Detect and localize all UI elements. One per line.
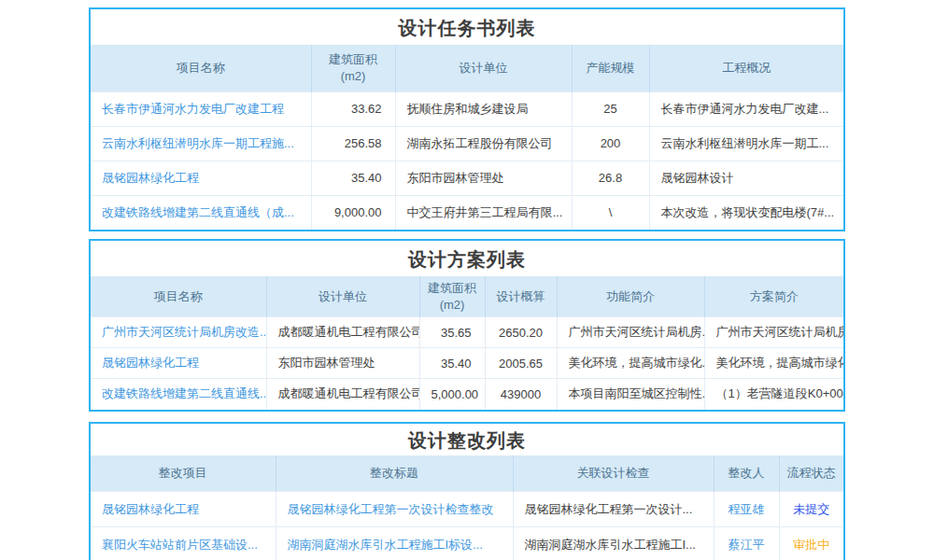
status-badge: 未提交 — [779, 492, 843, 527]
col-header-rectify-title: 整改标题 — [276, 455, 513, 492]
col-header-project-name: 项目名称 — [91, 276, 266, 317]
col-header-building-area: 建筑面积 (m2) — [419, 276, 485, 317]
capacity-cell: 200 — [572, 126, 649, 161]
header-row: 整改项目 整改标题 关联设计检查 整改人 流程状态 — [91, 455, 843, 492]
col-header-plan-brief: 方案简介 — [704, 276, 843, 317]
project-name-link[interactable]: 长春市伊通河水力发电厂改建工程 — [91, 91, 311, 126]
related-check-cell: 晟铭园林绿化工程第一次设计... — [513, 492, 714, 527]
col-header-related-check: 关联设计检查 — [513, 455, 714, 492]
capacity-cell: 26.8 — [572, 161, 649, 195]
header-row: 项目名称 建筑面积 (m2) 设计单位 产能规模 工程概况 — [91, 45, 843, 91]
project-name-link[interactable]: 改建铁路线增建第二线直通线（成... — [91, 195, 311, 230]
col-header-design-unit: 设计单位 — [266, 276, 419, 317]
overview-cell: 晟铭园林设计 — [649, 161, 843, 195]
building-area-cell: 5,000.00 — [419, 379, 485, 410]
col-header-rectifier: 整改人 — [714, 455, 779, 492]
table-row: 云南水利枢纽潜明水库一期工程施... 256.58 湖南永拓工程股份有限公司 2… — [91, 126, 843, 161]
status-badge: 审批中 — [779, 527, 843, 560]
col-header-design-unit: 设计单位 — [395, 45, 572, 91]
design-rectify-grid: 整改项目 整改标题 关联设计检查 整改人 流程状态 晟铭园林绿化工程 晟铭园林绿… — [91, 455, 843, 560]
building-area-cell: 35.65 — [419, 317, 485, 348]
building-area-cell: 35.40 — [311, 161, 395, 195]
function-brief-cell: 美化环境，提高城市绿化... — [557, 348, 704, 379]
design-unit-cell: 东阳市园林管理处 — [266, 348, 419, 379]
rectify-project-link[interactable]: 晟铭园林绿化工程 — [91, 492, 276, 527]
page-content: 设计任务书列表 项目名称 建筑面积 (m2) 设计单位 产能规模 工程概况 长春… — [89, 7, 845, 560]
design-unit-cell: 中交王府井第三工程局有限... — [395, 195, 572, 230]
estimate-cell: 2650.20 — [485, 317, 557, 348]
design-unit-cell: 湖南永拓工程股份有限公司 — [395, 126, 572, 161]
capacity-cell: \ — [572, 195, 649, 230]
overview-cell: 云南水利枢纽潜明水库一期工... — [649, 126, 843, 161]
building-area-cell: 9,000.00 — [311, 195, 395, 230]
building-area-cell: 256.58 — [311, 126, 395, 161]
plan-brief-cell: 广州市天河区统计局机房... — [704, 317, 843, 348]
function-brief-cell: 本项目南阳至城区控制性... — [557, 379, 704, 410]
design-plan-grid: 项目名称 设计单位 建筑面积 (m2) 设计概算 功能简介 方案简介 广州市天河… — [91, 276, 843, 410]
design-rectify-table: 设计整改列表 整改项目 整改标题 关联设计检查 整改人 流程状态 晟铭园林绿化工… — [89, 422, 845, 560]
header-row: 项目名称 设计单位 建筑面积 (m2) 设计概算 功能简介 方案简介 — [91, 276, 843, 317]
overview-cell: 长春市伊通河水力发电厂改建... — [649, 91, 843, 126]
rectifier-link[interactable]: 程亚雄 — [714, 492, 779, 527]
project-name-link[interactable]: 云南水利枢纽潜明水库一期工程施... — [91, 126, 311, 161]
project-name-link[interactable]: 改建铁路线增建第二线直通线... — [91, 379, 266, 410]
design-plan-table-title: 设计方案列表 — [91, 241, 843, 276]
design-task-table-title: 设计任务书列表 — [91, 9, 843, 45]
design-task-table: 设计任务书列表 项目名称 建筑面积 (m2) 设计单位 产能规模 工程概况 长春… — [89, 7, 845, 231]
building-area-cell: 33.62 — [311, 91, 395, 126]
estimate-cell: 2005.65 — [485, 348, 557, 379]
table-row: 晟铭园林绿化工程 35.40 东阳市园林管理处 26.8 晟铭园林设计 — [91, 161, 843, 195]
plan-brief-cell: （1）老营隧道段K0+000... — [704, 379, 843, 410]
rectify-title-link[interactable]: 湖南洞庭湖水库引水工程施工I标设... — [276, 527, 513, 560]
design-unit-cell: 成都暖通机电工程有限公司 — [266, 317, 419, 348]
col-header-overview: 工程概况 — [649, 45, 843, 91]
table-row: 改建铁路线增建第二线直通线（成... 9,000.00 中交王府井第三工程局有限… — [91, 195, 843, 230]
col-header-estimate: 设计概算 — [485, 276, 557, 317]
building-area-cell: 35.40 — [419, 348, 485, 379]
design-rectify-table-title: 设计整改列表 — [91, 424, 843, 455]
table-row: 晟铭园林绿化工程 晟铭园林绿化工程第一次设计检查整改 晟铭园林绿化工程第一次设计… — [91, 492, 843, 527]
capacity-cell: 25 — [572, 91, 649, 126]
design-plan-table: 设计方案列表 项目名称 设计单位 建筑面积 (m2) 设计概算 功能简介 方案简… — [89, 239, 845, 412]
overview-cell: 本次改造，将现状变配电楼(7#... — [649, 195, 843, 230]
col-header-building-area: 建筑面积 (m2) — [311, 45, 395, 91]
col-header-flow-status: 流程状态 — [779, 455, 843, 492]
design-unit-cell: 抚顺住房和城乡建设局 — [395, 91, 572, 126]
table-row: 改建铁路线增建第二线直通线... 成都暖通机电工程有限公司 5,000.00 4… — [91, 379, 843, 410]
design-unit-cell: 成都暖通机电工程有限公司 — [266, 379, 419, 410]
table-row: 长春市伊通河水力发电厂改建工程 33.62 抚顺住房和城乡建设局 25 长春市伊… — [91, 91, 843, 126]
related-check-cell: 湖南洞庭湖水库引水工程施工I... — [513, 527, 714, 560]
col-header-project-name: 项目名称 — [91, 45, 311, 91]
rectify-title-link[interactable]: 晟铭园林绿化工程第一次设计检查整改 — [276, 492, 513, 527]
function-brief-cell: 广州市天河区统计局机房... — [557, 317, 704, 348]
design-task-grid: 项目名称 建筑面积 (m2) 设计单位 产能规模 工程概况 长春市伊通河水力发电… — [91, 45, 843, 230]
project-name-link[interactable]: 晟铭园林绿化工程 — [91, 161, 311, 195]
rectifier-link[interactable]: 蔡江平 — [714, 527, 779, 560]
project-name-link[interactable]: 广州市天河区统计局机房改造... — [91, 317, 266, 348]
project-name-link[interactable]: 晟铭园林绿化工程 — [91, 348, 266, 379]
col-header-rectify-project: 整改项目 — [91, 455, 276, 492]
col-header-capacity: 产能规模 — [572, 45, 649, 91]
rectify-project-link[interactable]: 襄阳火车站站前片区基础设... — [91, 527, 276, 560]
plan-brief-cell: 美化环境，提高城市绿化... — [704, 348, 843, 379]
estimate-cell: 439000 — [485, 379, 557, 410]
table-row: 广州市天河区统计局机房改造... 成都暖通机电工程有限公司 35.65 2650… — [91, 317, 843, 348]
table-row: 晟铭园林绿化工程 东阳市园林管理处 35.40 2005.65 美化环境，提高城… — [91, 348, 843, 379]
col-header-function-brief: 功能简介 — [557, 276, 704, 317]
design-unit-cell: 东阳市园林管理处 — [395, 161, 572, 195]
table-row: 襄阳火车站站前片区基础设... 湖南洞庭湖水库引水工程施工I标设... 湖南洞庭… — [91, 527, 843, 560]
